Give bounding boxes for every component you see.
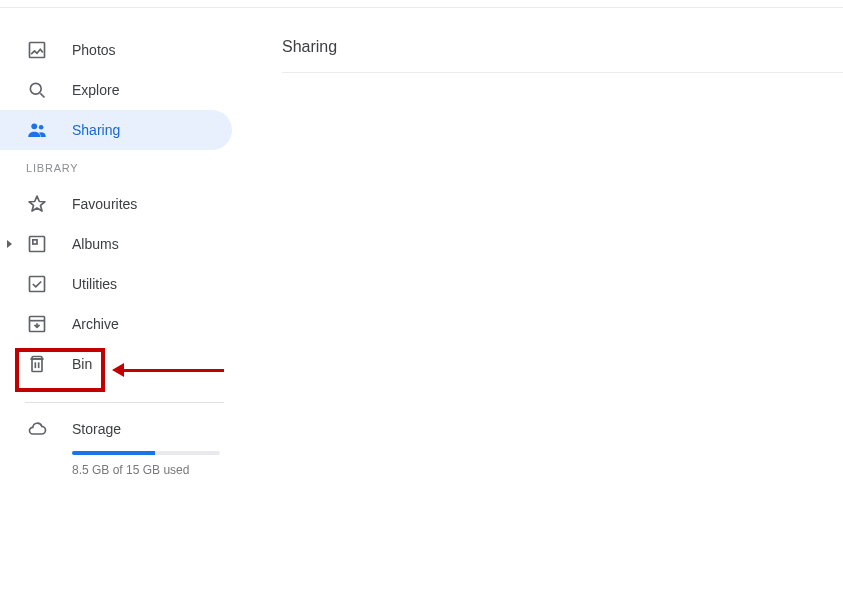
sidebar-item-favourites[interactable]: Favourites [0,184,232,224]
archive-icon [25,312,49,336]
people-icon [25,118,49,142]
sidebar-item-utilities[interactable]: Utilities [0,264,232,304]
main-divider [282,72,843,73]
svg-marker-5 [29,196,45,211]
storage-usage-text: 8.5 GB of 15 GB used [72,463,232,477]
sidebar-item-label: Archive [49,316,119,332]
sidebar-item-photos[interactable]: Photos [0,30,232,70]
sidebar-item-label: Sharing [49,122,120,138]
svg-point-4 [39,125,44,130]
storage-progress-fill [72,451,155,455]
svg-rect-0 [30,43,45,58]
sidebar: Photos Explore Sharing LIBRARY Favourite… [0,8,232,477]
sidebar-divider [25,402,224,403]
photo-icon [25,38,49,62]
cloud-icon [25,417,49,441]
sidebar-item-bin[interactable]: Bin [0,344,232,384]
sidebar-item-label: Albums [49,236,119,252]
storage-block[interactable]: Storage 8.5 GB of 15 GB used [0,417,232,477]
svg-line-2 [40,93,44,97]
page-title: Sharing [282,38,843,72]
sidebar-item-label: Utilities [49,276,117,292]
sidebar-item-label: Favourites [49,196,137,212]
sidebar-item-archive[interactable]: Archive [0,304,232,344]
trash-icon [25,352,49,376]
album-icon [25,232,49,256]
sidebar-item-albums[interactable]: Albums [0,224,232,264]
caret-right-icon [7,240,12,248]
storage-label: Storage [49,421,121,437]
svg-rect-7 [33,240,37,244]
sidebar-item-sharing[interactable]: Sharing [0,110,232,150]
main-content: Sharing [232,8,843,477]
sidebar-item-label: Explore [49,82,119,98]
sidebar-item-label: Bin [49,356,92,372]
top-divider [0,0,843,8]
svg-point-1 [30,83,41,94]
sidebar-item-explore[interactable]: Explore [0,70,232,110]
search-icon [25,78,49,102]
svg-rect-8 [30,277,45,292]
svg-point-3 [31,123,37,129]
star-icon [25,192,49,216]
sidebar-item-label: Photos [49,42,116,58]
storage-progress [72,451,220,455]
svg-rect-12 [32,359,42,372]
utilities-icon [25,272,49,296]
sidebar-section-label: LIBRARY [0,150,232,184]
